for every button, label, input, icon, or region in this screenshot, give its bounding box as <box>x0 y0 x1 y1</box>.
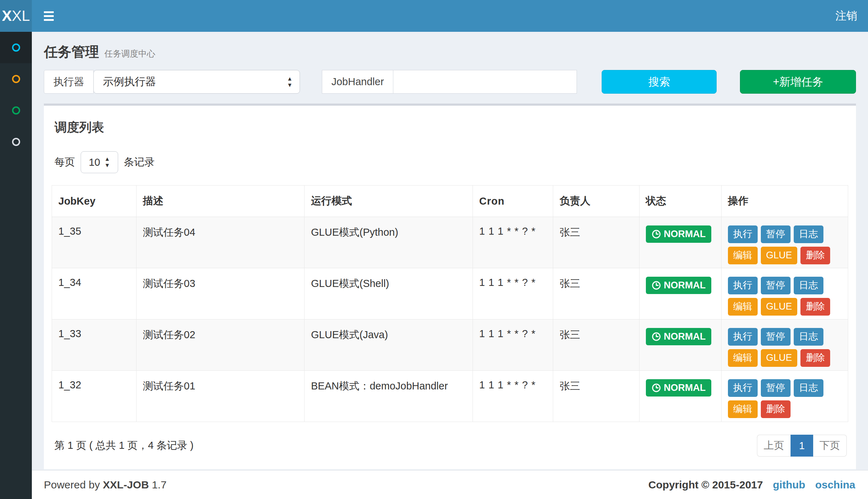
execute-button[interactable]: 执行 <box>728 328 758 346</box>
pause-button[interactable]: 暂停 <box>761 328 791 346</box>
status-badge: NORMAL <box>646 328 711 345</box>
cell-actions: 执行暂停日志 编辑删除 <box>721 371 848 422</box>
glue-button[interactable]: GLUE <box>761 298 798 316</box>
clock-icon <box>652 229 661 239</box>
page-size-value: 10 <box>89 157 100 168</box>
cell-cron: 1 1 1 * * ? * <box>473 268 553 319</box>
sidebar-item-3[interactable] <box>0 95 32 126</box>
jobhandler-label: JobHandler <box>322 70 393 94</box>
sidebar-toggle-hamburger-icon[interactable] <box>44 0 54 32</box>
status-badge: NORMAL <box>646 225 711 243</box>
clock-icon <box>652 383 661 393</box>
cell-desc: 测试任务03 <box>136 268 304 319</box>
delete-button[interactable]: 删除 <box>761 400 791 418</box>
powered-prefix: Powered by <box>44 479 100 491</box>
cell-owner: 张三 <box>553 319 639 371</box>
log-button[interactable]: 日志 <box>794 328 823 346</box>
add-job-button[interactable]: +新增任务 <box>740 70 856 94</box>
cell-jobkey: 1_33 <box>52 319 137 371</box>
search-button[interactable]: 搜索 <box>602 70 717 94</box>
pause-button[interactable]: 暂停 <box>761 379 791 397</box>
cell-desc: 测试任务04 <box>136 217 304 268</box>
page-subtitle: 任务调度中心 <box>104 48 155 59</box>
status-label: NORMAL <box>664 382 706 393</box>
executor-selected-value: 示例执行器 <box>103 75 156 89</box>
sidebar-item-1[interactable] <box>0 32 32 63</box>
cell-desc: 测试任务01 <box>136 371 304 422</box>
schedule-list-panel: 调度列表 每页 10 ▲▼ 条记录 JobKey 描述 运行模式 Cron 负责… <box>44 104 856 469</box>
select-arrows-icon: ▲▼ <box>287 76 293 88</box>
pause-button[interactable]: 暂停 <box>761 225 791 243</box>
cell-actions: 执行暂停日志 编辑GLUE删除 <box>721 217 848 268</box>
actions-row-1: 执行暂停日志 <box>728 379 841 397</box>
actions-row-2: 编辑GLUE删除 <box>728 298 841 316</box>
column-header-desc[interactable]: 描述 <box>136 186 304 217</box>
edit-button[interactable]: 编辑 <box>728 400 758 418</box>
clock-icon <box>652 281 661 290</box>
oschina-link[interactable]: oschina <box>815 479 855 491</box>
pagination-info: 第 1 页 ( 总共 1 页，4 条记录 ) <box>54 439 193 453</box>
table-row: 1_33 测试任务02 GLUE模式(Java) 1 1 1 * * ? * 张… <box>52 319 848 371</box>
pager-page-1-button[interactable]: 1 <box>791 435 813 457</box>
column-header-mode[interactable]: 运行模式 <box>305 186 473 217</box>
logout-link[interactable]: 注销 <box>825 0 868 32</box>
log-button[interactable]: 日志 <box>794 277 823 294</box>
cell-mode: GLUE模式(Shell) <box>305 268 473 319</box>
product-name: XXL-JOB <box>103 479 149 491</box>
glue-button[interactable]: GLUE <box>761 247 798 264</box>
github-link[interactable]: github <box>773 479 805 491</box>
cell-owner: 张三 <box>553 217 639 268</box>
column-header-actions[interactable]: 操作 <box>721 186 848 217</box>
column-header-status[interactable]: 状态 <box>639 186 721 217</box>
pager-buttons: 上页 1 下页 <box>757 435 847 457</box>
delete-button[interactable]: 删除 <box>800 298 830 316</box>
table-header-row: JobKey 描述 运行模式 Cron 负责人 状态 操作 <box>52 186 848 217</box>
logo-text-bold: X <box>2 7 12 24</box>
app-logo[interactable]: XXL <box>0 0 32 32</box>
actions-row-1: 执行暂停日志 <box>728 277 841 294</box>
glue-button[interactable]: GLUE <box>761 349 798 367</box>
jobs-table: JobKey 描述 运行模式 Cron 负责人 状态 操作 1_35 测试任务0… <box>52 185 848 422</box>
sidebar-item-2[interactable] <box>0 63 32 95</box>
page-size-select[interactable]: 10 ▲▼ <box>81 151 118 173</box>
edit-button[interactable]: 编辑 <box>728 247 758 264</box>
delete-button[interactable]: 删除 <box>800 247 830 264</box>
execute-button[interactable]: 执行 <box>728 225 758 243</box>
cell-mode: BEAN模式：demoJobHandler <box>305 371 473 422</box>
status-label: NORMAL <box>664 331 706 342</box>
circle-icon <box>12 43 20 52</box>
column-header-owner[interactable]: 负责人 <box>553 186 639 217</box>
status-badge: NORMAL <box>646 379 711 397</box>
pause-button[interactable]: 暂停 <box>761 277 791 294</box>
status-label: NORMAL <box>664 229 706 240</box>
column-header-jobkey[interactable]: JobKey <box>52 186 137 217</box>
executor-select[interactable]: 示例执行器 ▲▼ <box>93 70 300 94</box>
execute-button[interactable]: 执行 <box>728 277 758 294</box>
cell-jobkey: 1_34 <box>52 268 137 319</box>
edit-button[interactable]: 编辑 <box>728 349 758 367</box>
log-button[interactable]: 日志 <box>794 379 823 397</box>
status-label: NORMAL <box>664 280 706 291</box>
pager-prev-button[interactable]: 上页 <box>757 435 791 457</box>
jobhandler-input[interactable] <box>393 70 577 94</box>
content-header: 任务管理 任务调度中心 <box>32 32 868 65</box>
log-button[interactable]: 日志 <box>794 225 823 243</box>
column-header-cron[interactable]: Cron <box>473 186 553 217</box>
cell-jobkey: 1_32 <box>52 371 137 422</box>
cell-actions: 执行暂停日志 编辑GLUE删除 <box>721 319 848 371</box>
cell-cron: 1 1 1 * * ? * <box>473 217 553 268</box>
delete-button[interactable]: 删除 <box>800 349 830 367</box>
table-row: 1_32 测试任务01 BEAN模式：demoJobHandler 1 1 1 … <box>52 371 848 422</box>
page-size-suffix: 条记录 <box>124 155 155 169</box>
edit-button[interactable]: 编辑 <box>728 298 758 316</box>
sidebar-item-4[interactable] <box>0 126 32 158</box>
cell-status: NORMAL <box>639 217 721 268</box>
select-arrows-icon: ▲▼ <box>104 156 110 168</box>
status-badge: NORMAL <box>646 277 711 294</box>
pager-next-button[interactable]: 下页 <box>813 435 847 457</box>
cell-owner: 张三 <box>553 268 639 319</box>
filter-toolbar: 执行器 示例执行器 ▲▼ JobHandler 搜索 +新增任务 <box>32 70 868 94</box>
execute-button[interactable]: 执行 <box>728 379 758 397</box>
page-size-prefix: 每页 <box>54 155 75 169</box>
circle-icon <box>12 138 20 146</box>
